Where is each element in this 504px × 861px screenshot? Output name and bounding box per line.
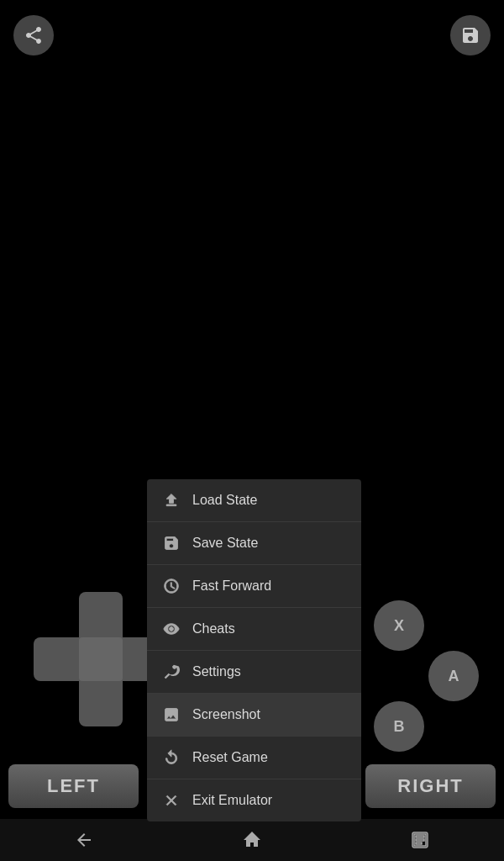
- menu-item-screenshot[interactable]: Screenshot: [147, 694, 361, 737]
- eye-icon: [162, 620, 181, 638]
- save-button[interactable]: [450, 15, 491, 55]
- menu-item-save-state[interactable]: Save State: [147, 522, 361, 565]
- save-icon: [460, 25, 480, 45]
- back-button[interactable]: [63, 819, 105, 861]
- reset-icon: [162, 748, 181, 767]
- share-button[interactable]: [13, 15, 54, 55]
- wrench-icon: [162, 663, 181, 681]
- save-state-icon: [162, 534, 181, 552]
- top-bar: [0, 0, 504, 92]
- menu-item-cheats[interactable]: Cheats: [147, 608, 361, 651]
- menu-item-exit-emulator[interactable]: Exit Emulator: [147, 779, 361, 821]
- back-icon: [74, 830, 94, 850]
- home-icon: [242, 830, 262, 850]
- recents-button[interactable]: [399, 819, 441, 861]
- recents-icon: [410, 830, 430, 850]
- dpad-center: [79, 637, 123, 681]
- x-button[interactable]: X: [374, 600, 424, 651]
- menu-item-reset-game[interactable]: Reset Game: [147, 737, 361, 779]
- share-icon: [24, 25, 44, 45]
- bottom-nav: [0, 819, 504, 861]
- right-button[interactable]: RIGHT: [365, 764, 496, 808]
- menu-item-fast-forward[interactable]: Fast Forward: [147, 565, 361, 608]
- menu-item-load-state[interactable]: Load State: [147, 479, 361, 522]
- upload-icon: [162, 491, 181, 510]
- left-button[interactable]: LEFT: [8, 764, 139, 808]
- image-icon: [162, 705, 181, 724]
- b-button[interactable]: B: [374, 701, 424, 752]
- a-button[interactable]: A: [428, 651, 479, 701]
- x-close-icon: [162, 791, 181, 810]
- clock-icon: [162, 577, 181, 595]
- menu-item-settings[interactable]: Settings: [147, 651, 361, 694]
- home-button[interactable]: [231, 819, 273, 861]
- dropdown-menu: Load State Save State Fast Forward Cheat…: [147, 479, 361, 821]
